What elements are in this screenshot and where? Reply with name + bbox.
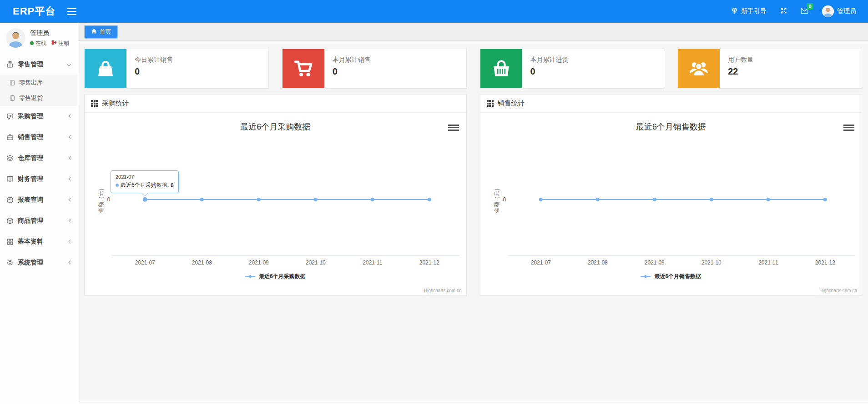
logout-label: 注销: [58, 40, 69, 47]
sidebar-item-label: 系统管理: [18, 259, 43, 267]
legend-marker-icon: [641, 274, 651, 279]
card-month-sales: 本月累计销售 0: [282, 49, 467, 89]
sidebar-item-finance[interactable]: 财务管理: [0, 169, 78, 190]
sales-chart: 最近6个月销售数据 金额（元） 02021-072021-082021-0920…: [480, 113, 862, 295]
chat-square-icon: [6, 113, 14, 120]
svg-text:2021-09: 2021-09: [644, 259, 664, 266]
main-content: 首页 今日累计销售 0 本月累计销售 0: [78, 23, 868, 404]
panel-header: 销售统计: [480, 95, 862, 113]
svg-text:2021-08: 2021-08: [192, 259, 212, 266]
panel-header: 采购统计: [85, 95, 466, 113]
svg-text:2021-07: 2021-07: [135, 259, 155, 266]
shopping-bag-icon: [85, 49, 126, 88]
purchase-stats-panel: 采购统计 最近6个月采购数据 金额（元） 02021-072021-082021…: [84, 94, 467, 296]
guide-menu-item[interactable]: 新手引导: [731, 7, 767, 15]
sidebar-item-purchase[interactable]: 采购管理: [0, 106, 78, 127]
tab-bar: 首页: [78, 23, 868, 41]
grid-icon: [6, 238, 14, 245]
sales-stats-panel: 销售统计 最近6个月销售数据 金额（元） 02021-072021-082021…: [480, 94, 863, 296]
chevron-down-icon: [66, 61, 71, 68]
sidebar-item-label: 采购管理: [18, 112, 43, 120]
sidebar-item-retail-return[interactable]: 零售退货: [0, 90, 78, 106]
sidebar-avatar: [6, 28, 25, 48]
sidebar-item-label: 基本资料: [18, 238, 43, 246]
sidebar-item-label: 零售管理: [18, 60, 43, 69]
legend-item[interactable]: 最近6个月采购数据: [85, 273, 466, 280]
sidebar-item-warehouse[interactable]: 仓库管理: [0, 148, 78, 169]
chevron-left-icon: [68, 238, 71, 245]
purchase-chart: 最近6个月采购数据 金额（元） 02021-072021-082021-0920…: [85, 113, 466, 295]
svg-text:2021-11: 2021-11: [758, 259, 778, 266]
user-panel: 管理员 在线 注销: [0, 23, 78, 54]
shopping-cart-icon: [283, 49, 324, 88]
submenu-item-label: 零售退货: [19, 94, 43, 102]
card-label: 本月累计进货: [530, 56, 569, 64]
tab-home[interactable]: 首页: [84, 25, 118, 39]
legend-label: 最近6个月销售数据: [654, 273, 701, 280]
panel-title: 销售统计: [498, 99, 525, 108]
chart-canvas[interactable]: 02021-072021-082021-092021-102021-112021…: [85, 113, 466, 295]
card-label: 用户数量: [728, 56, 753, 64]
shopping-basket-icon: [480, 49, 522, 88]
app-logo: ERP平台: [0, 5, 67, 18]
messages-button[interactable]: 0: [801, 7, 808, 15]
online-status-dot: [30, 41, 34, 45]
sidebar-item-label: 报表查询: [18, 196, 43, 204]
sidebar-item-retail[interactable]: 零售管理: [0, 54, 78, 75]
sidebar-item-retail-outbound[interactable]: 零售出库: [0, 75, 78, 90]
panel-title: 采购统计: [102, 99, 129, 108]
card-today-sales: 今日累计销售 0: [84, 49, 269, 89]
footer-bar: [78, 400, 868, 404]
sidebar-item-products[interactable]: 商品管理: [0, 210, 78, 231]
svg-text:2021-07: 2021-07: [530, 259, 550, 266]
legend-marker-icon: [245, 274, 255, 279]
svg-text:0: 0: [107, 196, 111, 203]
chevron-left-icon: [68, 134, 71, 141]
chart-panels-row: 采购统计 最近6个月采购数据 金额（元） 02021-072021-082021…: [78, 89, 868, 296]
sidebar-item-label: 仓库管理: [18, 154, 43, 162]
svg-text:2021-12: 2021-12: [815, 259, 835, 266]
svg-text:0: 0: [503, 196, 506, 203]
highcharts-credits[interactable]: Highcharts.com.cn: [819, 288, 857, 293]
journal-icon: [9, 80, 15, 86]
mail-badge: 0: [807, 3, 813, 10]
legend-item[interactable]: 最近6个月销售数据: [480, 273, 862, 280]
svg-text:2021-08: 2021-08: [587, 259, 607, 266]
th-grid-icon: [487, 100, 494, 107]
logout-icon: [51, 40, 57, 47]
top-navbar: ERP平台 新手引导 0 管理员: [0, 0, 868, 23]
tooltip-value: 0: [171, 182, 174, 189]
gem-icon: [731, 7, 738, 15]
card-value: 22: [728, 66, 753, 77]
retail-submenu: 零售出库 零售退货: [0, 75, 78, 106]
chart-tooltip: 2021-07 最近6个月采购数据: 0: [111, 170, 179, 193]
chart-canvas[interactable]: 02021-072021-082021-092021-102021-112021…: [480, 113, 862, 295]
briefcase-icon: [6, 134, 14, 141]
gift-icon: [6, 61, 14, 68]
sidebar-menu: 零售管理 零售出库 零售退货 采购管理 销售管理: [0, 54, 78, 273]
sidebar-item-label: 财务管理: [18, 175, 43, 183]
tab-home-label: 首页: [100, 28, 111, 36]
logout-link[interactable]: 注销: [51, 40, 69, 47]
th-grid-icon: [91, 100, 98, 107]
guide-label: 新手引导: [741, 7, 767, 15]
tooltip-category: 2021-07: [116, 174, 174, 180]
gear-icon: [6, 259, 14, 266]
pie-chart-icon: [6, 196, 14, 204]
user-menu[interactable]: 管理员: [822, 5, 856, 17]
chevron-left-icon: [68, 259, 71, 266]
sidebar-toggle-button[interactable]: [67, 8, 76, 15]
fullscreen-button[interactable]: [780, 7, 787, 15]
sidebar-item-sales[interactable]: 销售管理: [0, 127, 78, 148]
chevron-left-icon: [68, 113, 71, 120]
sidebar-item-reports[interactable]: 报表查询: [0, 190, 78, 210]
navbar-username: 管理员: [837, 7, 856, 15]
online-status-label: 在线: [35, 40, 46, 47]
submenu-item-label: 零售出库: [19, 79, 43, 87]
highcharts-credits[interactable]: Highcharts.com.cn: [424, 288, 462, 293]
sidebar-item-basic-data[interactable]: 基本资料: [0, 231, 78, 252]
tooltip-series-label: 最近6个月采购数据:: [121, 181, 169, 189]
box-icon: [6, 217, 14, 224]
sidebar-item-system[interactable]: 系统管理: [0, 252, 78, 273]
svg-text:2021-09: 2021-09: [249, 259, 269, 266]
